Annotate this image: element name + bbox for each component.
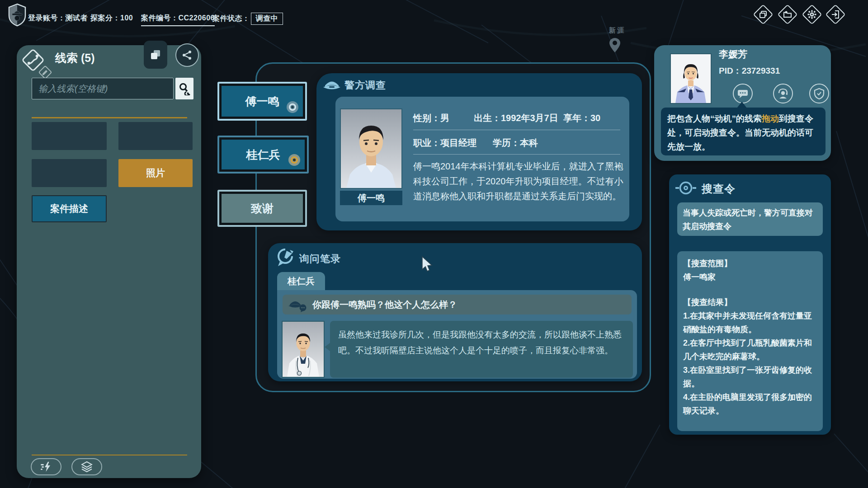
- police-question-icon: [288, 297, 308, 312]
- settings-gear-icon: [807, 10, 816, 19]
- login-account-label: 登录账号：测试者: [28, 14, 88, 23]
- suspect-button-guirenbing[interactable]: 桂仁兵: [217, 136, 309, 174]
- question-bubble: 你跟傅一鸣熟吗？他这个人怎么样？: [283, 295, 632, 314]
- question-text: 你跟傅一鸣熟吗？他这个人怎么样？: [312, 299, 457, 311]
- subject-gender: 性别：男: [413, 112, 449, 124]
- chat-button[interactable]: [733, 84, 753, 103]
- police-cap-icon: [323, 77, 341, 91]
- interview-tab-guirenbing[interactable]: 桂仁兵: [277, 272, 325, 290]
- layers-button[interactable]: [71, 458, 102, 475]
- flash-bolt-icon: [40, 461, 52, 472]
- shield-badge-icon: [813, 88, 825, 99]
- exit-door-icon: [831, 10, 840, 19]
- subject-death-age: 享年：30: [563, 112, 600, 124]
- game-screen: 新涯 登录账号：测试者 探案分：100 案件编号：CC220606 案件状态：调…: [0, 0, 868, 488]
- suspect-button-label: 桂仁兵: [246, 147, 280, 162]
- chat-bubble-icon: [737, 88, 749, 99]
- subject-education: 学历：本科: [493, 137, 538, 149]
- support-person-icon: [777, 88, 789, 99]
- tooltip-arrow: [737, 102, 747, 108]
- clue-divider-bottom: [32, 455, 187, 455]
- contact-button[interactable]: [773, 84, 793, 103]
- clue-slot-3[interactable]: [32, 159, 107, 187]
- tooltip-highlight: 拖动: [762, 114, 779, 123]
- clue-slot-2[interactable]: [118, 122, 193, 150]
- detective-score-label: 探案分：100: [90, 14, 133, 23]
- police-investigation-title: 警方调查: [344, 79, 386, 92]
- officer-name: 李媛芳: [719, 48, 747, 61]
- map-area-label: 新涯: [609, 26, 625, 35]
- drag-hint-tooltip: 把包含人物“动机”的线索拖动到搜查令处，可启动搜查令。当前无动机的话可先放一放。: [661, 108, 826, 155]
- case-number-label: 案件编号：CC220606: [141, 14, 215, 26]
- subject-job: 职业：项目经理: [413, 137, 476, 149]
- credits-button-label: 致谢: [251, 201, 274, 216]
- clue-panel: [17, 45, 201, 478]
- subject-bio: 傅一鸣2014年本科计算机专业毕业后，就进入了黑袍科技公司工作，于2020年升职…: [413, 159, 624, 204]
- clue-panel-title: 线索 (5): [55, 51, 95, 66]
- witness-photo: [282, 321, 325, 378]
- officer-photo: [670, 53, 712, 104]
- case-description-button[interactable]: 案件描述: [32, 195, 107, 222]
- search-warrant-title: 搜查令: [702, 182, 736, 196]
- clue-divider-top: [32, 117, 187, 118]
- windows-button[interactable]: [753, 4, 774, 25]
- investigated-marker-icon: [287, 101, 298, 113]
- case-status-label: 案件状态：调查中: [212, 13, 283, 25]
- search-wrench-icon: [178, 82, 191, 95]
- warrant-result-item: 4.在主卧的电脑里发现了很多加密的聊天记录。: [683, 390, 817, 418]
- warrant-scope: 傅一鸣家: [683, 270, 817, 284]
- warrant-result-item: 2.在客厅中找到了几瓶乳酸菌素片和几个未吃完的麻薯球。: [683, 336, 817, 363]
- search-input[interactable]: [32, 78, 174, 99]
- profile-divider: [413, 130, 620, 130]
- exit-button[interactable]: [825, 4, 846, 25]
- subject-birth: 出生：1992年3月7日: [474, 112, 558, 124]
- settings-button[interactable]: [802, 4, 822, 25]
- warrant-result-box: 【搜查范围】 傅一鸣家 【搜查结果】 1.在其家中并未发现任何含有过量亚硝酸盐的…: [677, 251, 823, 431]
- quick-flash-button[interactable]: [31, 458, 61, 475]
- case-status-prefix: 案件状态：: [212, 14, 250, 22]
- warrant-hint-box: 当事人失踪或死亡时，警方可直接对其启动搜查令: [677, 202, 823, 236]
- copy-pages-icon: [150, 49, 161, 61]
- case-status-badge: 调查中: [251, 13, 283, 25]
- detective-shield-logo: [7, 3, 27, 27]
- credits-button[interactable]: 致谢: [217, 190, 307, 227]
- layers-stack-icon: [81, 461, 93, 472]
- officer-pid: PID：23729331: [719, 65, 780, 77]
- active-marker-icon: [288, 154, 300, 166]
- case-folder-button[interactable]: [777, 4, 798, 25]
- interview-bubble-pen-icon: [276, 248, 295, 267]
- warrant-result-item: 1.在其家中并未发现任何含有过量亚硝酸盐的有毒物质。: [683, 309, 817, 336]
- target-warrant-icon: [675, 180, 696, 196]
- share-clues-button[interactable]: [175, 43, 199, 67]
- tooltip-text: 把包含人物“动机”的线索: [667, 114, 762, 123]
- subject-photo: [340, 108, 402, 189]
- clue-slot-1[interactable]: [32, 122, 107, 150]
- answer-bubble: 虽然他来过我诊所几次，但是我跟他没有太多的交流，所以跟他谈不上熟悉吧。不过我听隔…: [330, 321, 633, 378]
- map-pin-icon: [609, 37, 621, 53]
- case-folder-icon: [783, 10, 792, 19]
- subject-name-tag: 傅一鸣: [340, 191, 402, 205]
- answer-text: 虽然他来过我诊所几次，但是我跟他没有太多的交流，所以跟他谈不上熟悉吧。不过我听隔…: [338, 330, 622, 355]
- warrant-results-header: 【搜查结果】: [683, 296, 817, 309]
- windows-stack-icon: [759, 10, 768, 19]
- profile-divider: [413, 154, 620, 155]
- warrant-scope-header: 【搜查范围】: [683, 257, 817, 270]
- search-button[interactable]: [175, 78, 193, 99]
- photo-clue-button[interactable]: 照片: [118, 159, 193, 187]
- protect-button[interactable]: [809, 84, 829, 103]
- warrant-result-item: 3.在卧室里找到了一张牙齿修复的收据。: [683, 363, 817, 390]
- share-network-icon: [181, 49, 193, 61]
- suspect-button-label: 傅一鸣: [245, 94, 279, 109]
- interview-title: 询问笔录: [299, 252, 341, 266]
- suspect-button-fuyiming[interactable]: 傅一鸣: [217, 82, 307, 121]
- copy-clues-button[interactable]: [144, 41, 167, 69]
